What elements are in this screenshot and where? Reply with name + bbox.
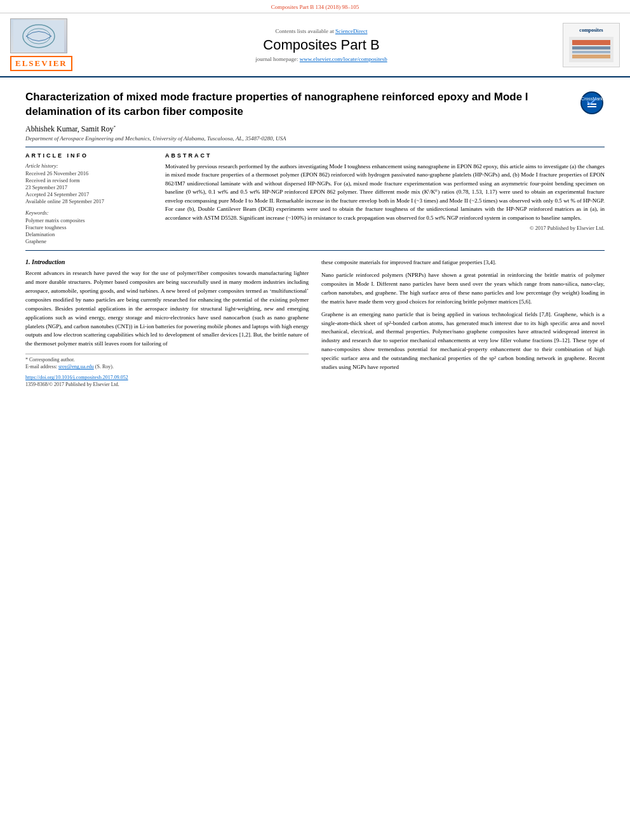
journal-header-right: composites: [556, 23, 620, 67]
top-bar: Composites Part B 134 (2018) 98–105: [0, 0, 630, 13]
abstract-copyright: © 2017 Published by Elsevier Ltd.: [165, 225, 605, 231]
abstract-col: ABSTRACT Motivated by previous research …: [165, 152, 605, 245]
svg-text:CrossMark: CrossMark: [581, 97, 603, 101]
homepage-url[interactable]: www.elsevier.com/locate/compositesb: [300, 56, 387, 62]
article-title: Characterization of mixed mode fracture …: [25, 90, 572, 119]
elsevier-image: [10, 18, 67, 53]
intro-paragraph-3: Nano particle reinforced polymers (NPRPs…: [321, 271, 605, 307]
corresponding-author: * Corresponding author.: [25, 357, 309, 363]
email-line: E-mail address: sroy@eng.ua.edu (S. Roy)…: [25, 364, 309, 370]
abstract-heading: ABSTRACT: [165, 152, 605, 159]
svg-rect-6: [572, 51, 610, 53]
introduction-heading: 1. Introduction: [25, 258, 309, 265]
abstract-text: Motivated by previous research performed…: [165, 163, 605, 223]
article-title-section: Characterization of mixed mode fracture …: [25, 90, 605, 119]
email-link[interactable]: sroy@eng.ua.edu: [58, 364, 94, 370]
intro-paragraph-2: these composite materials for improved f…: [321, 258, 605, 267]
sciencedirect-link: Contents lists available at ScienceDirec…: [86, 28, 556, 34]
journal-title: Composites Part B: [86, 37, 556, 53]
journal-header-left: ELSEVIER: [10, 18, 86, 71]
intro-paragraph-1: Recent advances in research have paved t…: [25, 269, 309, 349]
footnote-area: * Corresponding author. E-mail address: …: [25, 354, 309, 370]
journal-citation: Composites Part B 134 (2018) 98–105: [271, 4, 359, 10]
journal-homepage: journal homepage: www.elsevier.com/locat…: [86, 56, 556, 62]
intro-paragraph-4: Graphene is an emerging nano particle th…: [321, 310, 605, 373]
main-col-right: these composite materials for improved f…: [321, 258, 605, 387]
elsevier-logo: ELSEVIER: [10, 56, 72, 71]
doi-link[interactable]: https://doi.org/10.1016/j.compositesb.20…: [25, 375, 309, 380]
sciencedirect-url[interactable]: ScienceDirect: [335, 28, 367, 34]
journal-header: ELSEVIER Contents lists available at Sci…: [0, 13, 630, 77]
doi-area: https://doi.org/10.1016/j.compositesb.20…: [25, 375, 309, 387]
affiliation: Department of Aerospace Engineering and …: [25, 135, 605, 142]
keywords-section: Keywords: Polymer matrix composites Frac…: [25, 210, 152, 244]
article-history: Article history: Received 26 November 20…: [25, 163, 152, 204]
authors: Abhishek Kumar, Samit Roy*: [25, 124, 605, 134]
composites-logo-box: composites: [563, 23, 620, 67]
separator-line: [25, 147, 605, 147]
svg-rect-4: [572, 40, 610, 45]
article-info-heading: ARTICLE INFO: [25, 152, 152, 159]
main-body: 1. Introduction Recent advances in resea…: [25, 258, 605, 387]
separator-line-2: [25, 250, 605, 251]
journal-header-center: Contents lists available at ScienceDirec…: [86, 28, 556, 62]
main-col-left: 1. Introduction Recent advances in resea…: [25, 258, 309, 387]
crossmark-icon[interactable]: CrossMark: [579, 90, 605, 116]
svg-rect-5: [572, 46, 610, 50]
article-info-col: ARTICLE INFO Article history: Received 2…: [25, 152, 152, 245]
article-info-abstract: ARTICLE INFO Article history: Received 2…: [25, 152, 605, 245]
svg-rect-7: [572, 55, 610, 58]
content-area: Characterization of mixed mode fracture …: [0, 77, 630, 397]
